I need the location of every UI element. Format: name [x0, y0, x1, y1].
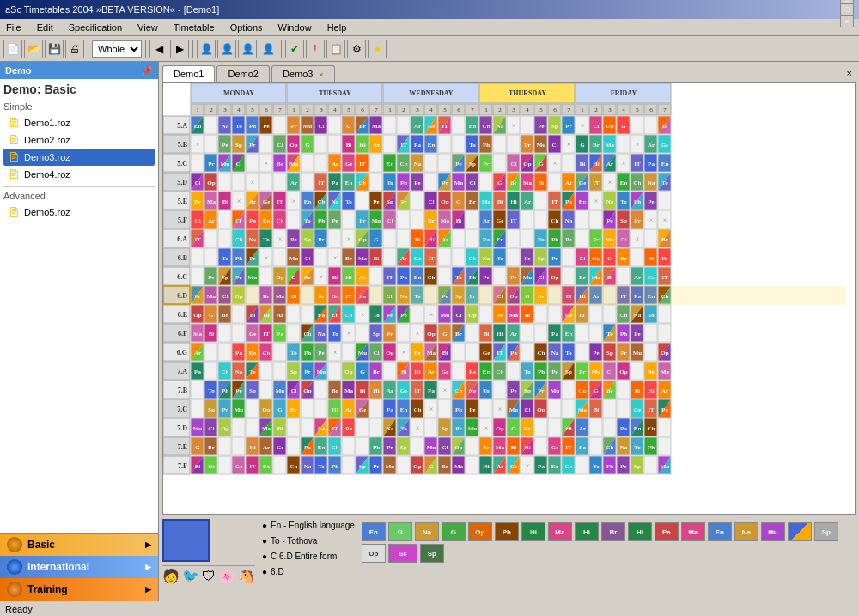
tab-demo3-label: Demo3: [283, 69, 313, 79]
timetable[interactable]: [163, 83, 855, 514]
sep1: [88, 40, 88, 58]
legend-flower-icon[interactable]: 🌸: [218, 568, 235, 584]
close-btn[interactable]: ×: [840, 15, 854, 27]
legend-bullet-c: ●: [262, 550, 267, 564]
menu-timetable[interactable]: Timetable: [171, 21, 217, 34]
expand-arrow-training: ▶: [145, 585, 151, 594]
menu-options[interactable]: Options: [228, 21, 265, 34]
legend-text: ● En - English language ● To - Tothova ●…: [262, 519, 355, 597]
tab-demo3[interactable]: Demo3 ×: [271, 65, 335, 82]
menu-specification[interactable]: Specification: [66, 21, 125, 34]
file-demo3[interactable]: 🖹 Demo3.roz: [3, 149, 155, 166]
tb-new[interactable]: 📄: [3, 40, 22, 58]
tb-doc[interactable]: 📋: [326, 40, 345, 58]
tab-basic-label: Basic: [27, 539, 55, 551]
tb-person1[interactable]: 👤: [197, 40, 216, 58]
main-layout: Demo 📌 Demo: Basic Simple 🖹 Demo1.roz 🖹 …: [0, 62, 859, 601]
tb-settings[interactable]: ⚙: [347, 40, 366, 58]
tab-training-label: Training: [27, 583, 68, 595]
left-panel: Demo 📌 Demo: Basic Simple 🖹 Demo1.roz 🖹 …: [0, 62, 159, 601]
file-demo4-label: Demo4.roz: [24, 169, 70, 180]
folder-icon: 🖹: [7, 133, 21, 147]
bottom-tabs: Basic ▶ International ▶ Training ▶: [0, 533, 158, 601]
legend-to-label: To - Tothova: [271, 534, 317, 548]
legend-cell-na2: Na: [734, 522, 758, 541]
close-all-btn[interactable]: ×: [844, 65, 856, 82]
tb-back[interactable]: ◀: [149, 40, 168, 58]
legend-cell-ma: Ma: [548, 522, 572, 541]
legend-cell-mu: Mu: [761, 522, 785, 541]
timetable-container: [162, 82, 856, 515]
sep4: [281, 40, 282, 58]
tb-person4[interactable]: 👤: [259, 40, 277, 58]
right-area: Demo1 Demo2 Demo3 × × 🧑 🐦: [159, 62, 859, 601]
legend-cell-op2: Op: [362, 544, 386, 563]
tab-demo1[interactable]: Demo1: [162, 65, 215, 82]
legend-item-en: ● En - English language: [262, 519, 355, 533]
legend-person-icon[interactable]: 🧑: [162, 568, 180, 584]
legend-bird-icon[interactable]: 🐦: [182, 568, 199, 584]
legend-cell-hi2: Hi: [575, 522, 599, 541]
file-demo1[interactable]: 🖹 Demo1.roz: [3, 114, 155, 131]
file-demo2-label: Demo2.roz: [24, 135, 70, 145]
panel-pin-icon[interactable]: 📌: [141, 65, 153, 76]
legend-horse-icon[interactable]: 🐴: [238, 568, 255, 584]
tb-person3[interactable]: 👤: [238, 40, 257, 58]
tb-save[interactable]: 💾: [45, 40, 64, 58]
tab-demo3-close[interactable]: ×: [319, 70, 323, 79]
training-icon: [7, 582, 22, 597]
status-text: Ready: [5, 604, 33, 614]
legend-item-c: ● C 6.D Entire form: [262, 550, 355, 564]
tb-check[interactable]: ✔: [285, 40, 304, 58]
legend-6d-label: 6.D: [271, 565, 284, 579]
tb-print[interactable]: 🖨: [65, 40, 84, 58]
legend-cell-br: Br: [601, 522, 625, 541]
legend-bullet-to: ●: [262, 534, 267, 548]
legend-cell-ma2: Ma: [681, 522, 705, 541]
tab-basic[interactable]: Basic ▶: [0, 534, 158, 556]
tb-open[interactable]: 📂: [24, 40, 43, 58]
menu-help[interactable]: Help: [325, 21, 350, 34]
folder-icon: 🖹: [7, 116, 21, 130]
legend-icons: En G Na G Op Ph Hi Ma Hi Br Hi Pa Ma En …: [362, 522, 856, 597]
legend-shield-icon[interactable]: 🛡: [202, 569, 216, 584]
tb-person2[interactable]: 👤: [217, 40, 236, 58]
file-demo3-label: Demo3.roz: [24, 152, 70, 162]
tab-training[interactable]: Training ▶: [0, 578, 158, 601]
legend-cell-na: Na: [415, 522, 439, 541]
legend-cell-school: Sc: [388, 544, 417, 563]
maximize-btn[interactable]: □: [840, 3, 854, 15]
legend-bullet-6d: ●: [262, 565, 267, 579]
view-dropdown[interactable]: Whole Day Week: [92, 40, 142, 58]
panel-title: Demo: Basic: [3, 82, 155, 96]
legend-cell-hi: Hi: [521, 522, 545, 541]
menu-window[interactable]: Window: [276, 21, 314, 34]
file-demo5-label: Demo5.roz: [24, 207, 70, 217]
expand-arrow-intl: ▶: [145, 563, 151, 571]
tb-forward[interactable]: ▶: [170, 40, 189, 58]
menu-view[interactable]: View: [135, 21, 161, 34]
advanced-label: Advanced: [3, 191, 155, 201]
legend-cell-ph: Ph: [495, 522, 519, 541]
panel-content: Demo: Basic Simple 🖹 Demo1.roz 🖹 Demo2.r…: [0, 79, 158, 533]
demo-tabs: Demo1 Demo2 Demo3 × ×: [159, 62, 859, 82]
menu-edit[interactable]: Edit: [34, 21, 56, 34]
menu-file[interactable]: File: [3, 21, 24, 34]
sep3: [192, 40, 193, 58]
file-demo2[interactable]: 🖹 Demo2.roz: [3, 131, 155, 149]
legend-color-block: [162, 519, 210, 562]
file-demo1-label: Demo1.roz: [24, 118, 70, 128]
panel-header: Demo 📌: [0, 62, 158, 79]
tb-star[interactable]: ★: [368, 40, 387, 58]
tab-international[interactable]: International ▶: [0, 556, 158, 578]
panel-header-text: Demo: [5, 65, 32, 76]
tab-demo2-label: Demo2: [228, 69, 258, 79]
legend-cell-pa: Pa: [655, 522, 679, 541]
file-demo5[interactable]: 🖹 Demo5.roz: [3, 204, 155, 221]
tb-warning[interactable]: !: [306, 40, 325, 58]
folder-icon: 🖹: [7, 150, 21, 164]
folder-icon: 🖹: [7, 205, 21, 219]
legend-item-to: ● To - Tothova: [262, 534, 355, 548]
file-demo4[interactable]: 🖹 Demo4.roz: [3, 166, 155, 183]
tab-demo2[interactable]: Demo2: [216, 65, 269, 82]
